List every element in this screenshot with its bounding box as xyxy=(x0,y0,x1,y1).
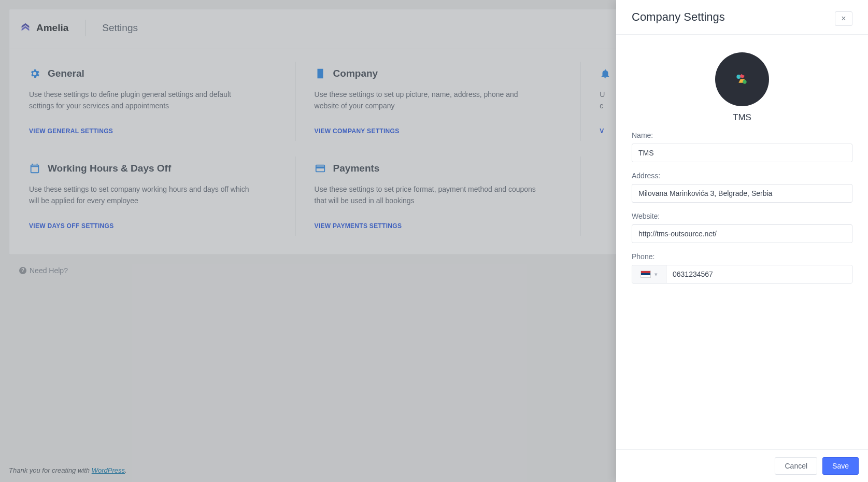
website-input[interactable] xyxy=(632,224,852,243)
close-icon: × xyxy=(841,15,846,23)
name-input[interactable] xyxy=(632,144,852,162)
name-label: Name: xyxy=(632,131,852,139)
company-logo-icon xyxy=(732,69,752,90)
cancel-button[interactable]: Cancel xyxy=(775,457,817,475)
chevron-down-icon: ▾ xyxy=(654,271,658,278)
company-settings-drawer: Company Settings × TMS Name: xyxy=(616,0,868,482)
avatar-name: TMS xyxy=(733,112,751,123)
address-label: Address: xyxy=(632,172,852,180)
phone-label: Phone: xyxy=(632,252,852,261)
website-label: Website: xyxy=(632,212,852,220)
save-button[interactable]: Save xyxy=(822,457,859,475)
svg-point-1 xyxy=(743,80,746,83)
address-input[interactable] xyxy=(632,184,852,203)
company-avatar[interactable] xyxy=(715,52,769,106)
flag-serbia-icon xyxy=(641,271,650,277)
phone-country-select[interactable]: ▾ xyxy=(632,265,666,283)
phone-input[interactable] xyxy=(666,265,852,283)
close-button[interactable]: × xyxy=(835,11,852,26)
drawer-title: Company Settings xyxy=(632,10,725,24)
